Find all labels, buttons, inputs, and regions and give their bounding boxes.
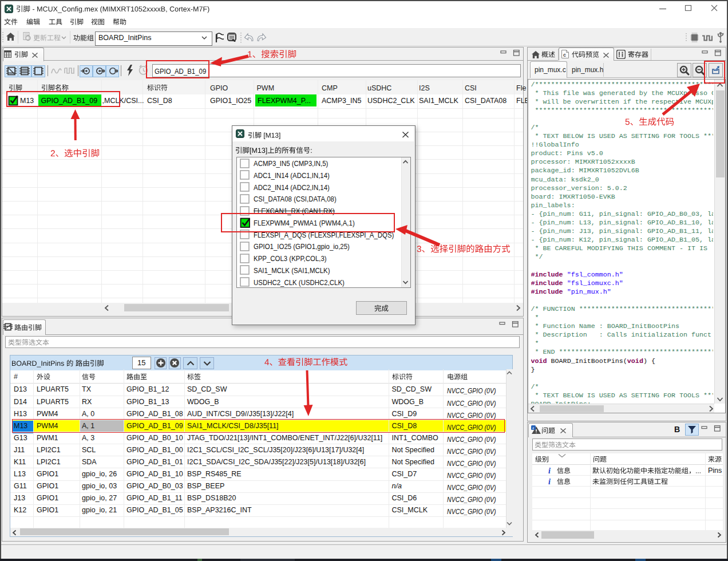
svg-text:c: c: [563, 52, 566, 58]
svg-text:i: i: [533, 426, 534, 430]
